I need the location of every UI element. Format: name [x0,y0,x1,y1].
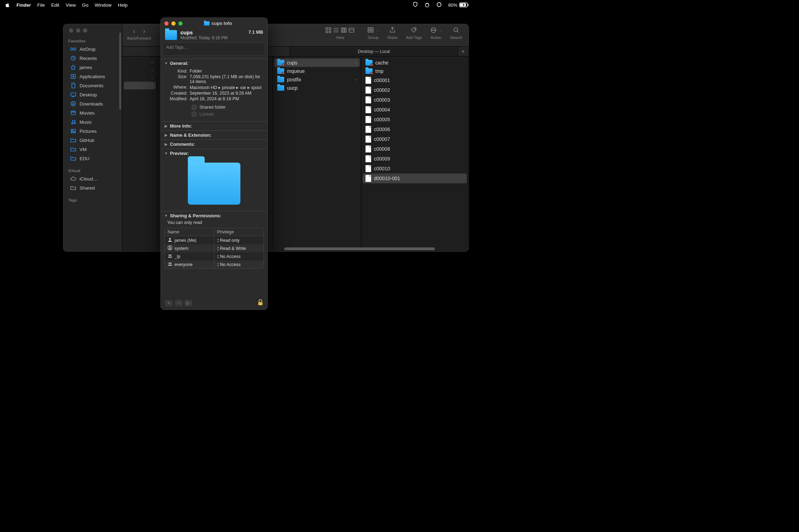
sidebar-item-recents[interactable]: Recents [65,54,121,63]
sidebar-item-shared[interactable]: Shared [65,183,121,192]
minimize-button[interactable] [171,21,176,26]
list-item[interactable]: tmp [363,67,467,75]
permission-row[interactable]: james (Me)▴▾Read only [165,236,264,244]
permission-row[interactable]: system▴▾Read & Write [165,244,264,252]
info-where: Macintosh HD ▸ private ▸ var ▸ spool [190,85,264,90]
list-item[interactable]: mqueue [274,67,360,75]
section-more-info-header[interactable]: ▶More Info: [161,122,267,130]
list-item[interactable]: c00001 [363,75,467,85]
share-button[interactable]: Share [384,26,401,40]
list-item[interactable]: › [124,74,156,82]
close-button[interactable] [69,28,73,33]
add-tags-field[interactable]: Add Tags… [163,42,265,56]
section-general-header[interactable]: ▼General: [161,59,267,68]
sidebar-item-movies[interactable]: Movies [65,108,121,117]
svg-point-40 [169,247,171,248]
menu-help[interactable]: Help [118,2,128,8]
menu-view[interactable]: View [66,2,76,8]
minimize-button[interactable] [76,28,80,33]
svg-point-12 [74,122,75,124]
sidebar-item-desktop[interactable]: Desktop [65,90,121,99]
sidebar-item-applications[interactable]: Applications [65,72,121,81]
finder-tab-2[interactable]: Desktop — Local [290,47,458,56]
sidebar-scrollbar[interactable] [119,33,121,110]
sidebar-item-edu[interactable]: EDU [65,154,121,163]
svg-rect-17 [326,31,328,33]
shared-folder-checkbox[interactable]: Shared folder [168,104,264,111]
view-mode-buttons[interactable]: View [317,26,363,40]
sidebar-item-james[interactable]: james [65,63,121,72]
battery-indicator[interactable]: 80% [448,2,469,8]
list-item[interactable]: uucp [274,84,360,92]
sidebar-item-github[interactable]: GitHub [65,136,121,145]
section-name-ext-header[interactable]: ▶Name & Extension: [161,131,267,139]
list-item[interactable]: cups› [274,59,360,67]
group-button[interactable]: ⌵ Group [364,26,382,40]
sidebar-item-documents[interactable]: Documents [65,81,121,90]
list-item[interactable]: cache [363,59,467,67]
search-button[interactable]: Search [446,26,466,40]
list-item[interactable]: c00006 [363,124,467,134]
list-item[interactable]: c00007 [363,134,467,144]
action-button[interactable]: ⌵ Action [427,26,445,40]
list-item[interactable]: postfix› [274,75,360,84]
sidebar-item-icloud[interactable]: iCloud… [65,174,121,183]
zoom-button[interactable] [83,28,87,33]
back-button[interactable]: ‹ [133,27,135,35]
menu-go[interactable]: Go [82,2,88,8]
section-sharing-header[interactable]: ▼Sharing & Permissions: [161,211,267,220]
list-item[interactable]: c00005 [363,115,467,124]
sidebar-item-pictures[interactable]: Pictures [65,127,121,136]
finder-column-spool: cups›mqueuepostfix›uucp [273,56,361,246]
list-item[interactable]: d00010-001 [363,173,467,183]
add-permission-button[interactable]: + [165,300,173,306]
list-item[interactable]: c00009 [363,154,467,164]
locked-checkbox[interactable]: Locked [168,111,264,118]
menu-file[interactable]: File [37,2,45,8]
section-preview-header[interactable]: ▼Preview: [161,149,267,158]
finder-column-cups: cachetmpc00001c00002c00003c00004c00005c0… [361,56,469,246]
menu-window[interactable]: Window [95,2,111,8]
zoom-button[interactable] [178,21,183,26]
sidebar-item-downloads[interactable]: Downloads [65,99,121,108]
list-item[interactable]: › [124,59,156,66]
info-kind: Folder [190,69,264,74]
section-comments-header[interactable]: ▶Comments: [161,140,267,149]
info-titlebar[interactable]: cups Info [161,18,267,29]
forward-button[interactable]: › [143,27,145,35]
list-item[interactable]: › [124,82,156,89]
preview-image [161,158,267,211]
app-name[interactable]: Finder [16,2,31,8]
svg-rect-22 [341,28,343,32]
lock-icon[interactable] [258,299,263,307]
svg-point-35 [435,30,435,30]
shield-icon[interactable] [412,2,418,8]
permission-row[interactable]: _lp▴▾No Access [165,252,264,260]
permission-action-button[interactable]: ⊙⌵ [185,300,192,306]
info-item-size: 7.1 MB [248,29,263,35]
list-item[interactable]: c00002 [363,85,467,95]
svg-line-37 [457,31,459,33]
svg-rect-15 [326,28,328,29]
close-button[interactable] [164,21,169,26]
list-item[interactable]: c00010 [363,164,467,173]
list-item[interactable]: › [124,66,156,74]
list-item[interactable]: c00008 [363,144,467,154]
sidebar-item-airdrop[interactable]: AirDrop [65,45,121,54]
list-item[interactable]: c00003 [363,95,467,105]
info-footer: + − ⊙⌵ [161,296,267,309]
sidebar-item-music[interactable]: Music [65,117,121,127]
list-item[interactable]: c00004 [363,105,467,115]
add-tags-button[interactable]: Add Tags [402,26,425,40]
permission-row[interactable]: everyone▴▾No Access [165,260,264,268]
svg-rect-16 [329,28,331,29]
status-icon-1[interactable] [424,2,430,8]
finder-tab-new[interactable]: + [458,47,469,56]
svg-point-34 [433,30,434,30]
status-icon-2[interactable] [436,2,442,8]
apple-menu-icon[interactable] [5,2,10,8]
remove-permission-button[interactable]: − [175,300,183,306]
menu-edit[interactable]: Edit [51,2,59,8]
svg-rect-28 [368,30,370,32]
sidebar-item-vm[interactable]: VM [65,145,121,154]
